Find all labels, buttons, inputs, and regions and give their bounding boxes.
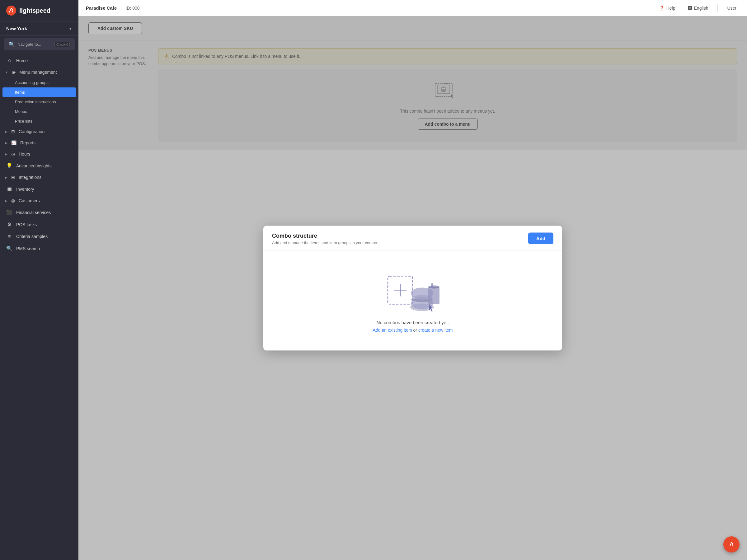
sidebar-item-accounting-groups[interactable]: Accounting groups: [0, 78, 78, 87]
page-title: Paradise Cafe: [86, 5, 117, 10]
search-shortcut: Cmd+K: [54, 42, 70, 47]
modal-title: Combo structure: [272, 233, 378, 239]
location-name: New York: [6, 26, 27, 31]
expand-arrow-icon: ▶: [5, 153, 7, 156]
items-label: Items: [15, 90, 25, 95]
menu-management-icon: ◉: [12, 70, 16, 75]
modal-header: Combo structure Add and manage the items…: [263, 226, 562, 251]
modal-subtitle: Add and manage the items and item groups…: [272, 240, 378, 245]
search-bar-placeholder: Navigate to...: [18, 42, 52, 47]
floating-action-button[interactable]: [723, 536, 740, 553]
inventory-label: Inventory: [16, 187, 34, 192]
sidebar-item-advanced-insights[interactable]: 💡 Advanced insights: [0, 160, 78, 172]
reports-icon: 📈: [11, 140, 17, 145]
production-instructions-label: Production instructions: [15, 100, 56, 104]
top-bar-right: ❓ Help 🅰 English User: [656, 4, 740, 12]
accounting-groups-label: Accounting groups: [15, 80, 49, 85]
user-label: User: [727, 6, 737, 10]
expand-arrow-icon: ▶: [5, 176, 7, 179]
price-lists-label: Price lists: [15, 119, 32, 124]
sidebar-item-financial-services[interactable]: ⬛ Financial services: [0, 206, 78, 218]
sidebar-item-items[interactable]: Items: [2, 87, 76, 97]
sidebar: lightspeed New York ▼ 🔍 Navigate to... C…: [0, 0, 78, 560]
help-label: Help: [666, 6, 675, 10]
sidebar-item-pos-tasks[interactable]: ⚙ POS tasks: [0, 218, 78, 231]
reports-label: Reports: [20, 140, 35, 145]
modal-add-button[interactable]: Add: [528, 233, 553, 244]
integrations-label: Integrations: [19, 175, 42, 180]
combo-structure-modal: Combo structure Add and manage the items…: [263, 226, 562, 351]
or-text: or: [413, 327, 418, 332]
advanced-insights-icon: 💡: [6, 163, 12, 169]
modal-title-area: Combo structure Add and manage the items…: [272, 233, 378, 245]
expand-arrow-icon: ▼: [5, 71, 8, 74]
customers-icon: ◎: [11, 198, 15, 203]
hours-icon: ◷: [11, 152, 15, 157]
sidebar-item-hours[interactable]: ▶ ◷ Hours: [0, 149, 78, 160]
modal-overlay: Combo structure Add and manage the items…: [78, 16, 747, 560]
user-button[interactable]: User: [724, 4, 740, 12]
modal-body: No combos have been created yet. Add an …: [263, 251, 562, 351]
hours-label: Hours: [19, 152, 30, 157]
sidebar-item-menus[interactable]: Menus: [0, 107, 78, 116]
criteria-samples-icon: ≡: [6, 234, 12, 239]
sidebar-item-inventory[interactable]: ▣ Inventory: [0, 183, 78, 195]
menus-label: Menus: [15, 109, 27, 114]
sidebar-item-menu-management[interactable]: ▼ ◉ Menu management: [0, 66, 78, 78]
sidebar-item-pms-search[interactable]: 🔍 PMS search: [0, 242, 78, 255]
home-icon: ⌂: [6, 58, 12, 63]
combo-empty-links: Add an existing item or create a new ite…: [373, 327, 453, 332]
language-button[interactable]: 🅰 English: [685, 4, 712, 12]
svg-point-0: [6, 6, 16, 16]
sidebar-item-reports[interactable]: ▶ 📈 Reports: [0, 137, 78, 149]
sidebar-item-price-lists[interactable]: Price lists: [0, 116, 78, 126]
location-selector[interactable]: New York ▼: [0, 22, 78, 36]
inventory-icon: ▣: [6, 186, 12, 192]
configuration-icon: ⊞: [11, 129, 15, 134]
help-button[interactable]: ❓ Help: [656, 4, 678, 12]
financial-services-icon: ⬛: [6, 209, 12, 215]
combo-empty-illustration: [382, 267, 444, 320]
financial-services-label: Financial services: [16, 210, 51, 215]
sidebar-item-criteria-samples[interactable]: ≡ Criteria samples: [0, 231, 78, 242]
pos-tasks-label: POS tasks: [16, 222, 37, 227]
top-bar-left: Paradise Cafe | ID: 000: [86, 5, 140, 11]
configuration-label: Configuration: [19, 129, 45, 134]
main-content: Paradise Cafe | ID: 000 ❓ Help 🅰 English…: [78, 0, 747, 560]
create-new-item-link[interactable]: create a new item: [418, 327, 453, 332]
advanced-insights-label: Advanced insights: [16, 163, 52, 168]
criteria-samples-label: Criteria samples: [16, 234, 48, 239]
search-icon: 🔍: [9, 42, 15, 47]
sidebar-item-configuration[interactable]: ▶ ⊞ Configuration: [0, 126, 78, 137]
chevron-down-icon: ▼: [69, 26, 72, 31]
pos-tasks-icon: ⚙: [6, 221, 12, 228]
expand-arrow-icon: ▶: [5, 199, 7, 203]
top-bar-separator: |: [121, 5, 122, 11]
add-existing-item-link[interactable]: Add an existing item: [373, 327, 412, 332]
sidebar-item-label: Home: [16, 58, 28, 63]
sidebar-logo: lightspeed: [0, 0, 78, 22]
language-icon: 🅰: [688, 6, 692, 10]
top-bar-divider: [717, 4, 718, 12]
sidebar-item-home[interactable]: ⌂ Home: [0, 55, 78, 66]
nav-section: ⌂ Home ▼ ◉ Menu management Accounting gr…: [0, 53, 78, 256]
customers-label: Customers: [19, 198, 40, 203]
logo-text: lightspeed: [19, 7, 50, 14]
svg-rect-16: [431, 283, 433, 288]
combo-empty-text: No combos have been created yet.: [377, 320, 449, 325]
help-icon: ❓: [659, 6, 665, 10]
svg-rect-14: [428, 287, 439, 304]
svg-point-15: [428, 285, 439, 288]
sidebar-item-customers[interactable]: ▶ ◎ Customers: [0, 195, 78, 206]
integrations-icon: ⊞: [11, 175, 15, 180]
pms-search-label: PMS search: [16, 246, 40, 251]
sidebar-item-label: Menu management: [19, 70, 57, 75]
search-bar[interactable]: 🔍 Navigate to... Cmd+K: [4, 38, 75, 50]
top-bar: Paradise Cafe | ID: 000 ❓ Help 🅰 English…: [78, 0, 747, 16]
sidebar-item-production-instructions[interactable]: Production instructions: [0, 97, 78, 107]
language-label: English: [694, 6, 709, 10]
lightspeed-logo-icon: [6, 6, 16, 16]
expand-arrow-icon: ▶: [5, 141, 7, 145]
sidebar-item-integrations[interactable]: ▶ ⊞ Integrations: [0, 172, 78, 183]
pms-search-icon: 🔍: [6, 245, 12, 251]
